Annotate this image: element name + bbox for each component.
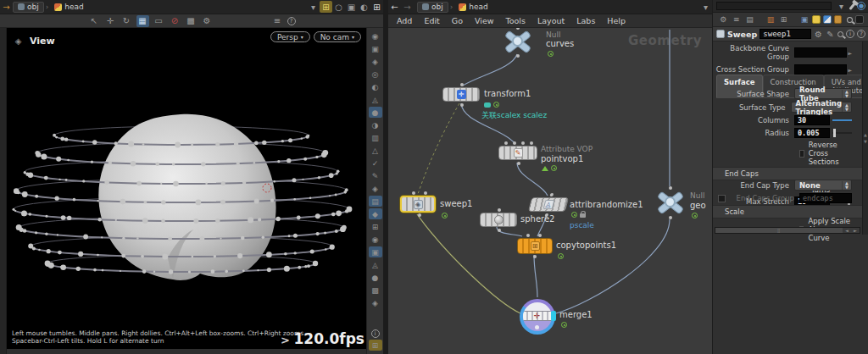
columns-slider[interactable]: [832, 115, 852, 125]
viewport-display-tool-icon[interactable]: ▩: [369, 285, 382, 296]
surface-shape-dropdown[interactable]: Round Tube ▲▼: [794, 88, 852, 99]
display-flag[interactable]: [551, 311, 556, 321]
picture-icon[interactable]: [823, 15, 832, 24]
breadcrumb-head[interactable]: head: [454, 2, 492, 13]
node-name-label[interactable]: sweep1: [440, 199, 472, 208]
viewport-display-tool-icon[interactable]: △: [369, 145, 382, 156]
menu-tools[interactable]: Tools: [506, 16, 526, 25]
render-flag-badge[interactable]: [692, 213, 698, 218]
param-filter-field[interactable]: [716, 2, 832, 10]
pin-icon[interactable]: [849, 3, 855, 10]
node-merge1[interactable]: ✛: [520, 299, 555, 335]
node-pointvop1[interactable]: ✎: [498, 146, 537, 160]
scene-viewport[interactable]: ◈ View Persp ▾ No cam ▾ Left mouse tumbl…: [7, 28, 366, 349]
linked-pane-icon[interactable]: ⊞: [320, 1, 332, 13]
viewport-display-tool-icon[interactable]: ◎: [369, 69, 382, 80]
search-icon[interactable]: [847, 17, 853, 23]
viewport-display-tool-icon[interactable]: ◬: [369, 259, 382, 270]
vop-flag-badge[interactable]: [542, 166, 548, 171]
camera-selector[interactable]: No cam ▾: [314, 31, 361, 42]
snapshot2-icon[interactable]: ◐: [358, 1, 370, 13]
grid-view-icon[interactable]: ⊞: [778, 14, 789, 25]
node-name-label[interactable]: pointvop1: [541, 154, 583, 163]
path-dropdown-icon[interactable]: ▾: [699, 1, 712, 13]
viewport-display-tool-icon[interactable]: ◈: [369, 183, 382, 194]
param-horizontal-scrollbar[interactable]: ⣿ ◄ ►: [715, 227, 860, 234]
radius-slider[interactable]: [832, 128, 852, 138]
section-end-caps[interactable]: End Caps: [713, 167, 862, 180]
node-name-label[interactable]: merge1: [559, 310, 593, 319]
breadcrumb-head[interactable]: head: [50, 2, 87, 13]
image-icon[interactable]: ▣: [799, 14, 810, 25]
viewport-display-tool-icon[interactable]: ▣: [369, 43, 382, 54]
comment-badge[interactable]: [484, 102, 491, 108]
render-flag-badge[interactable]: [548, 51, 554, 57]
wrench-icon[interactable]: ⚙: [718, 14, 729, 25]
view-menu-icon[interactable]: ◈: [12, 35, 25, 47]
viewport-display-tool-icon[interactable]: ●: [369, 107, 382, 118]
dark-pane-icon[interactable]: [855, 15, 864, 24]
surface-type-dropdown[interactable]: Alternating Triangles ▲▼: [791, 102, 852, 113]
group-menu-icon[interactable]: ►: [848, 50, 852, 56]
scroll-down-icon[interactable]: ▼: [864, 139, 867, 144]
move-tool-icon[interactable]: ✛: [104, 15, 117, 27]
node-attribrandomize1[interactable]: ◬: [528, 197, 569, 212]
viewport-options-icon[interactable]: ⚙: [201, 15, 214, 27]
menu-help[interactable]: Help: [607, 16, 626, 25]
brush-icon[interactable]: ✎: [826, 28, 835, 40]
render-tool-icon[interactable]: ▩: [185, 15, 198, 27]
filter-dropdown-icon[interactable]: ▾: [835, 0, 848, 12]
viewport-display-tool-icon[interactable]: ▣: [369, 246, 382, 257]
reverse-checkbox[interactable]: [799, 150, 804, 158]
node-name-label[interactable]: sphere2: [520, 214, 554, 224]
menu-labs[interactable]: Labs: [576, 16, 595, 25]
breadcrumb-obj[interactable]: obj: [417, 2, 448, 13]
breadcrumb-obj[interactable]: obj: [13, 2, 44, 13]
backbone-group-field[interactable]: [794, 47, 847, 58]
end-caps-group-field[interactable]: endcaps: [799, 193, 852, 203]
back-icon[interactable]: ←: [388, 1, 401, 13]
viewport-display-tool-icon[interactable]: ●: [369, 272, 382, 283]
viewport-display-tool-icon[interactable]: ◈: [369, 297, 382, 308]
render-flag-badge[interactable]: [571, 212, 577, 218]
help-icon[interactable]: ?: [857, 30, 865, 38]
menu-edit[interactable]: Edit: [424, 16, 439, 25]
viewport-display-tool-icon[interactable]: ◑: [369, 119, 382, 130]
node-sphere2[interactable]: [480, 213, 517, 227]
tree-view-icon[interactable]: ≡: [732, 14, 743, 25]
render-flag-badge[interactable]: [561, 322, 567, 328]
viewport-display-tool-icon[interactable]: ✎: [369, 170, 382, 181]
noop-tool-icon[interactable]: ⊘: [169, 15, 181, 27]
handles-tool-icon[interactable]: ▦: [136, 15, 149, 27]
gear-icon[interactable]: ⚙: [814, 28, 823, 40]
node-name-label[interactable]: geo: [690, 201, 706, 210]
note-icon[interactable]: [812, 15, 821, 24]
node-geo[interactable]: [653, 190, 688, 215]
select-tool-icon[interactable]: ↖: [88, 15, 101, 27]
search-icon[interactable]: [837, 31, 843, 37]
render-flag-badge[interactable]: [442, 213, 448, 218]
grid-snap-icon[interactable]: ⊞: [369, 340, 382, 351]
node-name-label[interactable]: curves: [546, 39, 574, 48]
node-name-label[interactable]: copytopoints1: [556, 241, 616, 250]
info-icon[interactable]: i: [846, 30, 854, 38]
box-tool-icon[interactable]: ▭: [153, 15, 165, 27]
viewport-display-tool-icon[interactable]: ◆: [369, 208, 382, 219]
node-name-field[interactable]: sweep1: [760, 29, 811, 39]
list-view-icon[interactable]: ▤: [744, 14, 755, 25]
viewport-display-tool-icon[interactable]: ◉: [369, 30, 382, 41]
menu-go[interactable]: Go: [452, 16, 463, 25]
end-caps-group-checkbox[interactable]: [718, 195, 726, 202]
persp-selector[interactable]: Persp ▾: [270, 31, 310, 42]
network-overview-icon[interactable]: ≡: [271, 15, 284, 27]
lock-badge[interactable]: [580, 213, 586, 218]
viewport-display-tool-icon[interactable]: ◐: [369, 81, 382, 92]
scrollbar-thumb[interactable]: ⣿: [715, 228, 843, 233]
viewport-display-tool-icon[interactable]: ⊞: [369, 221, 382, 232]
bundle-icon[interactable]: [834, 15, 843, 24]
node-name-label[interactable]: attribrandomize1: [570, 200, 643, 209]
viewport-display-tool-icon[interactable]: ◈: [369, 56, 382, 67]
node-sweep1[interactable]: ◈: [400, 196, 436, 213]
node-copytopoints1[interactable]: ⊞: [517, 238, 553, 254]
forward-icon[interactable]: →: [401, 1, 414, 13]
